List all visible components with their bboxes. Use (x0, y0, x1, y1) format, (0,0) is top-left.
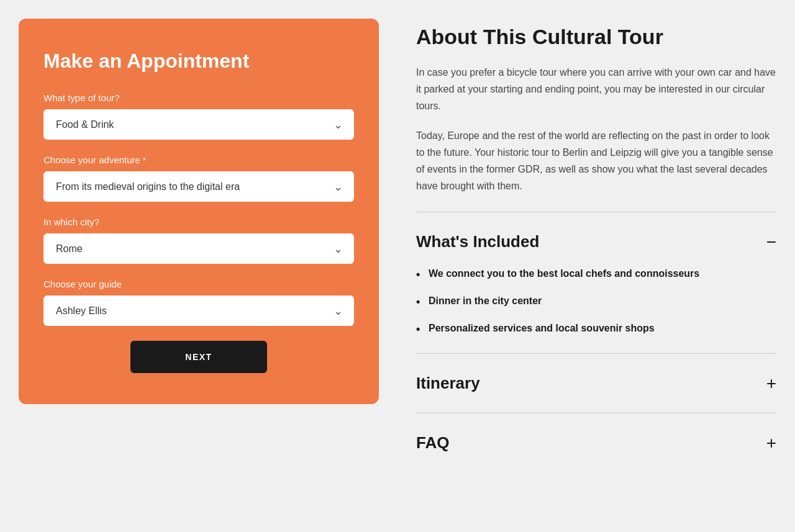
info-panel: About This Cultural Tour In case you pre… (416, 19, 776, 455)
city-select-wrapper[interactable]: Rome Berlin Paris London ⌄ (43, 233, 354, 264)
divider-3 (416, 413, 776, 413)
guide-select-wrapper[interactable]: Ashley Ellis John Smith Maria Rossi ⌄ (43, 295, 354, 326)
included-item-3: Personalized services and local souvenir… (416, 321, 776, 336)
included-item-2: Dinner in the city center (416, 294, 776, 309)
adventure-label: Choose your adventure * (43, 155, 354, 165)
whats-included-title: What's Included (416, 232, 539, 251)
itinerary-toggle-icon: + (766, 375, 776, 392)
page-container: Make an Appointment What type of tour? F… (19, 19, 776, 455)
city-group: In which city? Rome Berlin Paris London … (43, 217, 354, 264)
city-label: In which city? (43, 217, 354, 227)
appointment-panel: Make an Appointment What type of tour? F… (19, 19, 379, 404)
whats-included-list: We connect you to the best local chefs a… (416, 266, 776, 336)
tour-type-group: What type of tour? Food & Drink Cultural… (43, 92, 354, 140)
guide-select[interactable]: Ashley Ellis John Smith Maria Rossi (43, 295, 354, 326)
faq-toggle-icon: + (766, 435, 776, 452)
guide-group: Choose your guide Ashley Ellis John Smit… (43, 279, 354, 326)
faq-header[interactable]: FAQ + (416, 431, 776, 455)
tour-type-select-wrapper[interactable]: Food & Drink Cultural Adventure Historic… (43, 109, 354, 140)
itinerary-title: Itinerary (416, 374, 480, 393)
divider-1 (416, 212, 776, 212)
tour-type-label: What type of tour? (43, 92, 354, 103)
included-item-1: We connect you to the best local chefs a… (416, 266, 776, 281)
divider-2 (416, 353, 776, 354)
adventure-group: Choose your adventure * From its medieva… (43, 155, 354, 202)
tour-type-select[interactable]: Food & Drink Cultural Adventure Historic… (43, 109, 354, 140)
whats-included-toggle-icon: − (766, 233, 776, 251)
city-select[interactable]: Rome Berlin Paris London (43, 233, 354, 264)
whats-included-header[interactable]: What's Included − (416, 230, 776, 254)
appointment-title: Make an Appointment (43, 50, 354, 73)
adventure-select[interactable]: From its medieval origins to the digital… (43, 171, 354, 202)
guide-label: Choose your guide (43, 279, 354, 289)
required-indicator: * (143, 156, 146, 165)
about-title: About This Cultural Tour (416, 25, 776, 49)
adventure-select-wrapper[interactable]: From its medieval origins to the digital… (43, 171, 354, 202)
about-paragraph-2: Today, Europe and the rest of the world … (416, 127, 776, 195)
next-button[interactable]: NEXT (130, 341, 267, 373)
faq-title: FAQ (416, 433, 449, 453)
about-paragraph-1: In case you prefer a bicycle tour where … (416, 64, 776, 115)
itinerary-header[interactable]: Itinerary + (416, 371, 776, 395)
